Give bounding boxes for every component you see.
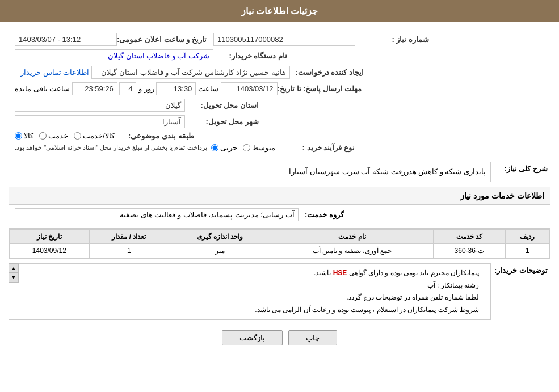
creator-label: ایجاد کننده درخواست: bbox=[290, 68, 364, 77]
buyer-name-label: نام دستگاه خریدار: bbox=[213, 52, 287, 60]
scroll-down-arrow[interactable]: ▼ bbox=[9, 273, 18, 282]
scroll-up-arrow[interactable]: ▲ bbox=[9, 264, 18, 273]
deadline-days: 4 bbox=[119, 82, 136, 95]
purchase-type-row: نوع فرآیند خرید : متوسط جزیی پرداخت تمام… bbox=[15, 144, 544, 152]
category-kala-khedmat-label: کالا/خدمت bbox=[83, 132, 115, 140]
announcement-date-label: تاریخ و ساعت اعلان عمومی: bbox=[117, 35, 207, 44]
province-label: استان محل تحویل: bbox=[185, 101, 259, 109]
back-button[interactable]: بازگشت bbox=[222, 330, 283, 345]
service-group-label: گروه خدمت: bbox=[299, 210, 344, 219]
col-row-num: ردیف bbox=[505, 230, 549, 244]
province-value: گیلان bbox=[15, 99, 185, 112]
basic-info-section: شماره نیاز : 1103005117000082 تاریخ و سا… bbox=[9, 28, 550, 157]
purchase-type-radio-group: متوسط جزیی bbox=[211, 144, 275, 152]
creator-row: ایجاد کننده درخواست: هانیه حسین نژاد کار… bbox=[15, 66, 544, 79]
need-number-label: شماره نیاز : bbox=[355, 35, 429, 44]
deadline-days-label: روز و bbox=[138, 85, 154, 93]
description-value: پایداری شبکه و کاهش هدررفت شبکه آب شرب ش… bbox=[9, 162, 491, 182]
col-service-name: نام خدمت bbox=[271, 230, 434, 244]
buyer-notes-section: توضیحات خریدار: پیمانکاران محترم باید بو… bbox=[9, 263, 550, 320]
page-header: جزئیات اطلاعات نیاز bbox=[0, 0, 559, 22]
buyer-notes-label: توضیحات خریدار: bbox=[491, 263, 548, 275]
contact-link[interactable]: اطلاعات تماس خریدار bbox=[20, 68, 89, 77]
purchase-type-motavaset-radio[interactable] bbox=[243, 144, 250, 151]
creator-value: هانیه حسین نژاد کارشناس شرکت آب و فاضلاب… bbox=[91, 66, 290, 79]
category-kala-khedmat-radio[interactable] bbox=[74, 132, 81, 140]
category-radio-group: کالا/خدمت خدمت کالا bbox=[15, 132, 115, 140]
services-section-header: اطلاعات خدمات مورد نیاز bbox=[9, 187, 550, 205]
service-group-value: آب رسانی؛ مدیریت پسماند، فاضلاب و فعالیت… bbox=[15, 208, 299, 221]
category-option-kala: کالا bbox=[15, 132, 33, 140]
service-group-row: گروه خدمت: آب رسانی؛ مدیریت پسماند، فاضل… bbox=[15, 208, 544, 221]
purchase-type-label: نوع فرآیند خرید : bbox=[281, 144, 355, 152]
province-row: استان محل تحویل: گیلان bbox=[15, 99, 544, 112]
deadline-time: 13:30 bbox=[156, 82, 196, 95]
purchase-type-option-jozi: جزیی bbox=[211, 144, 237, 152]
category-option-khedmat: خدمت bbox=[39, 132, 68, 140]
description-label: شرح کلی نیاز: bbox=[491, 162, 548, 173]
cell-unit: متر bbox=[169, 244, 271, 258]
need-number-row: شماره نیاز : 1103005117000082 تاریخ و سا… bbox=[15, 33, 544, 46]
notes-line1: پیمانکاران محترم باید بومی بوده و دارای … bbox=[14, 267, 479, 280]
service-group-section: گروه خدمت: آب رسانی؛ مدیریت پسماند، فاضل… bbox=[9, 205, 550, 229]
print-button[interactable]: چاپ bbox=[288, 330, 337, 345]
col-unit: واحد اندازه گیری bbox=[169, 230, 271, 244]
category-kala-label: کالا bbox=[24, 132, 33, 140]
services-table: ردیف کد خدمت نام خدمت واحد اندازه گیری ت… bbox=[9, 229, 550, 258]
cell-row-num: 1 bbox=[505, 244, 549, 258]
header-title: جزئیات اطلاعات نیاز bbox=[241, 6, 318, 16]
scrollbar: ▲ ▼ bbox=[9, 263, 19, 283]
col-date: تاریخ نیاز bbox=[10, 230, 90, 244]
cell-service-name: جمع آوری، تصفیه و تامین آب bbox=[271, 244, 434, 258]
services-table-section: ردیف کد خدمت نام خدمت واحد اندازه گیری ت… bbox=[9, 229, 550, 259]
buyer-name-value: شرکت آب و فاضلاب استان گیلان bbox=[15, 49, 213, 62]
purchase-type-jozi-label: جزیی bbox=[220, 144, 237, 152]
deadline-remaining-label: ساعت باقی مانده bbox=[15, 85, 70, 93]
purchase-type-motavaset-label: متوسط bbox=[252, 144, 275, 152]
notes-line4: شروط شرکت پیمانکاران در استعلام ، پیوست … bbox=[14, 304, 479, 317]
deadline-label: مهلت ارسال پاسخ: تا تاریخ: bbox=[278, 85, 362, 93]
page-container: جزئیات اطلاعات نیاز شماره نیاز : 1103005… bbox=[0, 0, 559, 392]
col-service-code: کد خدمت bbox=[433, 230, 505, 244]
category-khedmat-label: خدمت bbox=[48, 132, 68, 140]
deadline-remaining: 23:59:26 bbox=[72, 82, 117, 95]
announcement-date-value: 1403/03/07 - 13:12 bbox=[15, 33, 117, 46]
deadline-time-label: ساعت bbox=[198, 85, 218, 93]
table-row: 1 ت-36-360 جمع آوری، تصفیه و تامین آب مت… bbox=[10, 244, 550, 258]
category-kala-radio[interactable] bbox=[15, 132, 22, 140]
cell-quantity: 1 bbox=[89, 244, 169, 258]
notes-line2: رشته پیمانکار : آب bbox=[14, 280, 479, 292]
category-option-kala-khedmat: کالا/خدمت bbox=[74, 132, 115, 140]
cell-service-code: ت-36-360 bbox=[433, 244, 505, 258]
city-row: شهر محل تحویل: آستارا bbox=[15, 115, 544, 128]
notes-line3: لطفا شماره تلفن همراه در توضیحات درج گرد… bbox=[14, 292, 479, 304]
main-content: شماره نیاز : 1103005117000082 تاریخ و سا… bbox=[0, 22, 559, 357]
cell-date: 1403/09/12 bbox=[10, 244, 90, 258]
buyer-notes-content: پیمانکاران محترم باید بومی بوده و دارای … bbox=[9, 263, 491, 320]
notes-wrapper: پیمانکاران محترم باید بومی بوده و دارای … bbox=[9, 263, 491, 320]
hse-highlight: HSE bbox=[333, 269, 347, 277]
col-quantity: تعداد / مقدار bbox=[89, 230, 169, 244]
deadline-row: مهلت ارسال پاسخ: تا تاریخ: 1403/03/12 سا… bbox=[15, 82, 544, 95]
description-section: شرح کلی نیاز: پایداری شبکه و کاهش هدررفت… bbox=[9, 162, 550, 182]
purchase-type-note: پرداخت تمام یا بخشی از مبلغ خریدار محل "… bbox=[15, 144, 207, 151]
button-row: چاپ بازگشت bbox=[9, 324, 550, 351]
city-label: شهر محل تحویل: bbox=[185, 117, 259, 126]
purchase-type-jozi-radio[interactable] bbox=[211, 144, 218, 151]
table-header-row: ردیف کد خدمت نام خدمت واحد اندازه گیری ت… bbox=[10, 230, 550, 244]
purchase-type-option-motavaset: متوسط bbox=[243, 144, 275, 152]
deadline-date: 1403/03/12 bbox=[221, 82, 278, 95]
city-value: آستارا bbox=[15, 115, 185, 128]
category-khedmat-radio[interactable] bbox=[39, 132, 47, 140]
buyer-name-row: نام دستگاه خریدار: شرکت آب و فاضلاب استا… bbox=[15, 49, 544, 62]
need-number-value: 1103005117000082 bbox=[213, 33, 355, 46]
category-row: طبقه بندی موضوعی: کالا/خدمت خدمت کالا bbox=[15, 132, 544, 140]
category-label: طبقه بندی موضوعی: bbox=[120, 132, 194, 140]
